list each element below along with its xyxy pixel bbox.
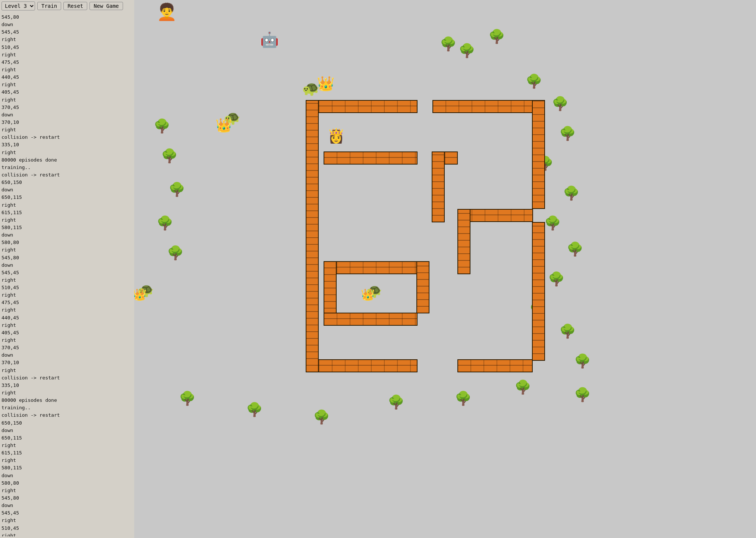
enemy-2: 👑	[317, 76, 334, 91]
brick-inner-column	[432, 151, 445, 222]
tree-3: 🌳	[488, 30, 505, 43]
enemy-4: 👑	[215, 119, 232, 132]
tree-23: 🌳	[388, 395, 404, 409]
tree-18: 🌳	[559, 325, 576, 338]
brick-right-top	[532, 100, 545, 209]
tree-11: 🌳	[559, 127, 576, 140]
robot-character: 🤖	[260, 32, 279, 47]
mario-character: 🧑‍🦱	[157, 4, 177, 20]
reset-button[interactable]: Reset	[63, 2, 87, 10]
left-panel: Level 3 Level 1 Level 2 Level 4 Train Re…	[0, 0, 134, 538]
brick-inner-right-col2	[416, 261, 429, 313]
log-area: 545,80 down 545,45 right 510,45 right 47…	[1, 13, 133, 537]
tree-20: 🌳	[179, 392, 196, 405]
tree-24: 🌳	[455, 392, 472, 405]
brick-inner-bottom-left	[324, 261, 418, 274]
enemy-5b: 👑	[134, 289, 147, 300]
tree-13: 🌳	[563, 187, 580, 200]
new-game-button[interactable]: New Game	[89, 2, 123, 10]
tree-16: 🌳	[548, 272, 565, 286]
brick-top-2	[432, 100, 537, 113]
tree-19: 🌳	[574, 354, 591, 368]
brick-bottom-1	[306, 359, 418, 372]
tree-6: 🌳	[168, 183, 185, 196]
tree-14: 🌳	[544, 216, 561, 230]
tree-5: 🌳	[161, 149, 178, 163]
brick-inner-left-col	[324, 261, 337, 315]
toolbar: Level 3 Level 1 Level 2 Level 4 Train Re…	[1, 1, 133, 10]
brick-right-bottom	[532, 222, 545, 361]
brick-left-wall	[306, 100, 319, 372]
enemy-6b: 👑	[361, 289, 375, 300]
tree-25: 🌳	[514, 381, 531, 394]
tree-9: 🌳	[526, 75, 542, 88]
tree-21: 🌳	[246, 403, 263, 416]
tree-8: 🌳	[167, 246, 184, 260]
brick-bottom-2	[457, 359, 533, 372]
train-button[interactable]: Train	[37, 2, 61, 10]
tree-10: 🌳	[552, 97, 568, 110]
tree-4: 🌳	[154, 119, 170, 133]
tree-7: 🌳	[157, 216, 173, 230]
princess-character: 👸	[327, 129, 345, 143]
tree-1: 🌳	[440, 37, 457, 51]
game-area: 🧑‍🦱 🤖 🌳 🌳 🌳 🌳 🌳 🌳 🌳 🌳 🌳 🌳 🌳 🌳 🌳 🌳 🌳 🌳 🌳 …	[134, 0, 756, 538]
tree-15: 🌳	[567, 243, 583, 256]
brick-inner-top	[324, 151, 418, 165]
brick-inner-right	[457, 209, 470, 274]
brick-inner-floor	[324, 313, 418, 326]
level-select[interactable]: Level 3 Level 1 Level 2 Level 4	[1, 1, 35, 10]
brick-top-1	[306, 100, 418, 113]
tree-22: 🌳	[313, 410, 330, 424]
tree-2: 🌳	[459, 44, 475, 57]
tree-26: 🌳	[574, 388, 591, 401]
